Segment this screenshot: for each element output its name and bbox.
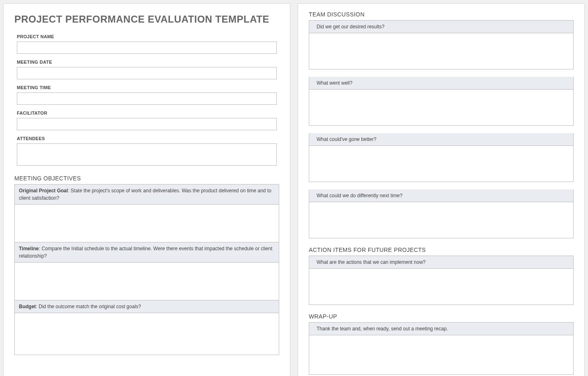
field-project-name: PROJECT NAME xyxy=(14,34,279,54)
heading-action-items: ACTION ITEMS FOR FUTURE PROJECTS xyxy=(309,247,574,253)
discussion-block-results: Did we get our desired results? xyxy=(309,20,574,69)
objective-desc-budget: : Did the outcome match the original cos… xyxy=(36,304,141,309)
wrapup-prompt: Thank the team and, when ready, send out… xyxy=(309,323,573,335)
label-meeting-date: MEETING DATE xyxy=(17,60,277,65)
heading-meeting-objectives: MEETING OBJECTIVES xyxy=(14,175,279,182)
discussion-input-differently[interactable] xyxy=(309,202,573,238)
discussion-input-well[interactable] xyxy=(309,89,573,125)
label-project-name: PROJECT NAME xyxy=(17,34,277,39)
action-prompt: What are the actions that we can impleme… xyxy=(309,256,573,268)
input-meeting-time[interactable] xyxy=(17,92,277,105)
objective-input-timeline[interactable] xyxy=(15,262,279,300)
discussion-input-better[interactable] xyxy=(309,145,573,182)
objective-header-budget: Budget: Did the outcome match the origin… xyxy=(15,300,279,313)
objective-block-timeline: Timeline: Compare the Initial schedule t… xyxy=(14,242,279,300)
label-attendees: ATTENDEES xyxy=(17,136,277,141)
label-meeting-time: MEETING TIME xyxy=(17,85,277,90)
field-meeting-date: MEETING DATE xyxy=(14,60,279,79)
objective-header-timeline: Timeline: Compare the Initial schedule t… xyxy=(15,242,279,262)
input-project-name[interactable] xyxy=(17,42,277,54)
discussion-input-results[interactable] xyxy=(309,33,573,69)
page-wrap: PROJECT PERFORMANCE EVALUATION TEMPLATE … xyxy=(3,3,585,376)
team-discussion-group: Did we get our desired results? What wen… xyxy=(309,20,574,238)
page-left: PROJECT PERFORMANCE EVALUATION TEMPLATE … xyxy=(3,3,290,376)
wrapup-block: Thank the team and, when ready, send out… xyxy=(309,322,574,375)
objective-input-goal[interactable] xyxy=(15,204,279,242)
input-attendees[interactable] xyxy=(17,143,277,166)
input-meeting-date[interactable] xyxy=(17,67,277,79)
objective-header-goal: Original Project Goal: State the project… xyxy=(15,185,279,204)
discussion-prompt-better: What could've gone better? xyxy=(309,133,573,145)
action-input[interactable] xyxy=(309,268,573,304)
field-facilitator: FACILITATOR xyxy=(14,111,279,130)
objective-desc-timeline: : Compare the Initial schedule to the ac… xyxy=(19,246,272,259)
objective-block-budget: Budget: Did the outcome match the origin… xyxy=(14,300,279,355)
wrapup-input[interactable] xyxy=(309,335,573,374)
objective-lead-budget: Budget xyxy=(19,304,36,309)
label-facilitator: FACILITATOR xyxy=(17,111,277,115)
heading-team-discussion: TEAM DISCUSSION xyxy=(309,11,574,18)
discussion-block-better: What could've gone better? xyxy=(309,133,574,182)
page-right: TEAM DISCUSSION Did we get our desired r… xyxy=(298,3,585,376)
objective-lead-timeline: Timeline xyxy=(19,246,39,251)
discussion-prompt-results: Did we get our desired results? xyxy=(309,21,573,33)
objective-lead-goal: Original Project Goal xyxy=(19,188,68,194)
field-meeting-time: MEETING TIME xyxy=(14,85,279,105)
discussion-prompt-differently: What could we do differently next time? xyxy=(309,189,573,202)
objective-input-budget[interactable] xyxy=(15,313,279,355)
document-title: PROJECT PERFORMANCE EVALUATION TEMPLATE xyxy=(14,14,279,25)
discussion-block-well: What went well? xyxy=(309,77,574,126)
heading-wrap-up: WRAP-UP xyxy=(309,313,574,320)
input-facilitator[interactable] xyxy=(17,118,277,130)
action-block: What are the actions that we can impleme… xyxy=(309,256,574,305)
discussion-block-differently: What could we do differently next time? xyxy=(309,189,574,238)
field-attendees: ATTENDEES xyxy=(14,136,279,167)
discussion-prompt-well: What went well? xyxy=(309,77,573,89)
objective-block-goal: Original Project Goal: State the project… xyxy=(14,184,279,242)
